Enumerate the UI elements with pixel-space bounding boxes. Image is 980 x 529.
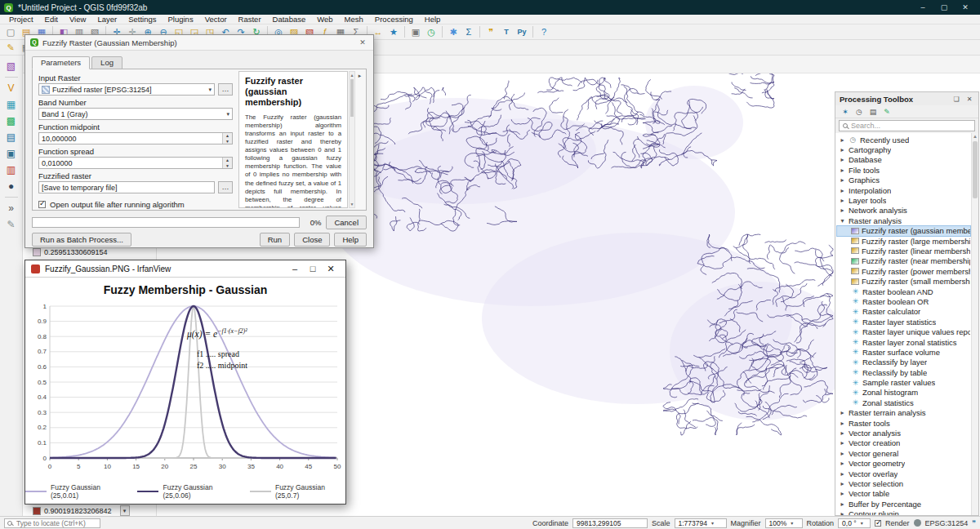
function-spread-spinner[interactable]: 0,010000 ▲▼ (38, 157, 233, 169)
toolbox-item-file-tools[interactable]: ▸File tools (837, 165, 970, 175)
chevron-right-icon[interactable]: ▸ (839, 187, 846, 194)
close-dialog-button[interactable]: Close (294, 233, 330, 247)
render-checkbox[interactable] (875, 520, 881, 527)
output-browse-button[interactable]: … (218, 181, 233, 193)
menu-mesh[interactable]: Mesh (339, 15, 369, 24)
statistical-summary-icon[interactable]: Σ (461, 25, 476, 38)
float-panel-icon[interactable]: ❏ (951, 96, 961, 103)
scrollbar-thumb[interactable] (350, 79, 354, 117)
input-raster-browse-button[interactable]: … (218, 83, 233, 96)
add-delimited-text-layer-icon[interactable]: ▤ (2, 130, 20, 144)
toolbox-item-fuzzify-raster-large-membership[interactable]: Fuzzify raster (large membership) (837, 236, 970, 246)
toolbox-item-interpolation[interactable]: ▸Interpolation (837, 185, 970, 195)
toolbox-item-vector-analysis[interactable]: ▸Vector analysis (837, 428, 970, 438)
toolbox-search-input[interactable]: Search... (839, 120, 975, 131)
toolbox-item-vector-selection[interactable]: ▸Vector selection (837, 478, 970, 488)
toolbox-item-recently-used[interactable]: ▸◷Recently used (837, 135, 970, 144)
chevron-right-icon[interactable]: ▸ (839, 176, 846, 184)
close-panel-icon[interactable]: ✕ (964, 96, 974, 103)
menu-view[interactable]: View (64, 15, 91, 24)
toolbox-item-raster-layer-zonal-statistics[interactable]: ✳Raster layer zonal statistics (837, 337, 970, 347)
chevron-right-icon[interactable]: ▸ (839, 146, 846, 153)
toolbox-edit-features-icon[interactable]: ✎ (881, 106, 893, 117)
toolbox-item-vector-table[interactable]: ▸Vector table (837, 489, 970, 499)
open-output-checkbox[interactable] (38, 201, 46, 208)
chevron-right-icon[interactable]: ▸ (839, 429, 846, 437)
chevron-right-icon[interactable]: ▸ (839, 156, 846, 163)
chevron-right-icon[interactable]: ▸ (839, 510, 846, 515)
toolbox-item-vector-general[interactable]: ▸Vector general (837, 448, 970, 458)
toolbox-item-fuzzify-raster-near-membership[interactable]: Fuzzify raster (near membership) (837, 256, 970, 266)
open-data-source-manager-icon[interactable]: ▧ (2, 59, 20, 73)
map-tips-icon[interactable]: ❞ (483, 25, 498, 38)
toolbox-models-icon[interactable]: ✶ (840, 106, 851, 117)
toolbox-item-sample-raster-values[interactable]: ✳Sample raster values (837, 377, 970, 387)
cancel-button[interactable]: Cancel (326, 216, 367, 229)
menu-project[interactable]: Project (3, 15, 39, 24)
toolbox-item-raster-layer-statistics[interactable]: ✳Raster layer statistics (837, 317, 970, 327)
add-vector-layer-icon[interactable]: V (2, 81, 20, 96)
minimize-button[interactable]: – (286, 264, 304, 274)
spin-down-icon[interactable]: ▼ (223, 163, 232, 169)
toolbox-item-vector-overlay[interactable]: ▸Vector overlay (837, 469, 970, 478)
toolbox-item-raster-boolean-or[interactable]: ✳Raster boolean OR (837, 296, 970, 306)
chevron-right-icon[interactable]: ▸ (839, 450, 846, 457)
toolbox-item-raster-tools[interactable]: ▸Raster tools (837, 418, 970, 428)
crs-value[interactable]: EPSG:31254 (925, 519, 969, 527)
spin-down-icon[interactable]: ▼ (223, 139, 232, 144)
chevron-right-icon[interactable]: ▸ (839, 420, 846, 427)
maximize-button[interactable]: □ (304, 264, 322, 274)
add-point-cloud-layer-icon[interactable]: ● (2, 179, 20, 193)
minimize-button[interactable]: – (912, 3, 933, 11)
function-midpoint-spinner[interactable]: 10,000000 ▲▼ (38, 132, 233, 144)
chevron-right-icon[interactable]: ▸ (839, 136, 846, 144)
toolbox-item-raster-terrain-analysis[interactable]: ▸Raster terrain analysis (837, 408, 970, 418)
toolbox-item-graphics[interactable]: ▸Graphics (837, 176, 970, 185)
menu-edit[interactable]: Edit (39, 15, 64, 24)
toolbox-item-reclassify-by-table[interactable]: ✳Reclassify by table (837, 367, 970, 377)
help-contents-icon[interactable]: ? (537, 25, 551, 38)
chevron-right-icon[interactable]: ▸ (839, 207, 846, 214)
toggle-editing-icon[interactable]: ✎ (3, 41, 18, 54)
toolbox-item-vector-creation[interactable]: ▸Vector creation (837, 438, 970, 448)
toolbox-item-fuzzify-raster-power-membership[interactable]: Fuzzify raster (power membership) (837, 266, 970, 276)
toolbar-overflow-icon[interactable]: » (2, 201, 20, 216)
menu-settings[interactable]: Settings (122, 15, 162, 24)
chevron-right-icon[interactable]: ▸ (839, 470, 846, 478)
maximize-button[interactable]: ▢ (933, 3, 955, 11)
toolbox-item-network-analysis[interactable]: ▸Network analysis (837, 206, 970, 216)
chevron-down-icon[interactable]: ▾ (839, 217, 846, 224)
scrollbar-thumb[interactable] (973, 141, 978, 198)
help-button[interactable]: Help (334, 233, 367, 247)
new-spatial-bookmark-icon[interactable]: ★ (386, 25, 401, 38)
toolbox-item-fuzzify-raster-linear-membership[interactable]: Fuzzify raster (linear membership) (837, 246, 970, 256)
magnifier-spinner[interactable]: 100% ▾ (765, 518, 803, 528)
chevron-right-icon[interactable]: ▸ (839, 409, 846, 416)
chevron-right-icon[interactable]: ▸ (839, 480, 846, 487)
messages-icon[interactable]: ❞ (972, 519, 976, 527)
toolbox-item-raster-analysis[interactable]: ▾Raster analysis (837, 216, 970, 225)
output-raster-input[interactable]: [Save to temporary file] (38, 181, 215, 193)
processing-toolbox-icon[interactable]: ✱ (446, 25, 461, 38)
new-3d-map-view-icon[interactable]: ▣ (408, 25, 423, 38)
toolbox-item-zonal-statistics[interactable]: ✳Zonal statistics (837, 398, 970, 407)
locate-input[interactable] (15, 518, 97, 528)
close-button[interactable]: ✕ (955, 3, 976, 11)
scroll-up-icon[interactable]: ▲ (350, 72, 354, 78)
toolbox-item-raster-layer-unique-values-report[interactable]: ✳Raster layer unique values report (837, 327, 970, 336)
toolbox-item-raster-surface-volume[interactable]: ✳Raster surface volume (837, 347, 970, 357)
scroll-down-icon[interactable]: ▼ (350, 201, 354, 207)
chevron-right-icon[interactable]: ▸ (839, 490, 846, 497)
chevron-down-icon[interactable]: ▾ (120, 505, 130, 516)
layer-class-row[interactable]: 0.25951330609154 (33, 248, 108, 256)
tab-parameters[interactable]: Parameters (32, 56, 90, 69)
toolbox-item-layer-tools[interactable]: ▸Layer tools (837, 195, 970, 205)
menu-layer[interactable]: Layer (91, 15, 122, 24)
project-new-icon[interactable]: ▢ (3, 25, 18, 38)
close-button[interactable]: ✕ (322, 264, 340, 274)
toolbox-item-cartography[interactable]: ▸Cartography (837, 144, 970, 154)
toolbox-item-fuzzify-raster-gaussian-membership[interactable]: Fuzzify raster (gaussian membership) (837, 226, 970, 236)
input-raster-select[interactable]: Fuzzified raster [EPSG:31254] ▾ (38, 83, 215, 96)
run-button[interactable]: Run (260, 233, 290, 247)
menu-help[interactable]: Help (419, 15, 447, 24)
